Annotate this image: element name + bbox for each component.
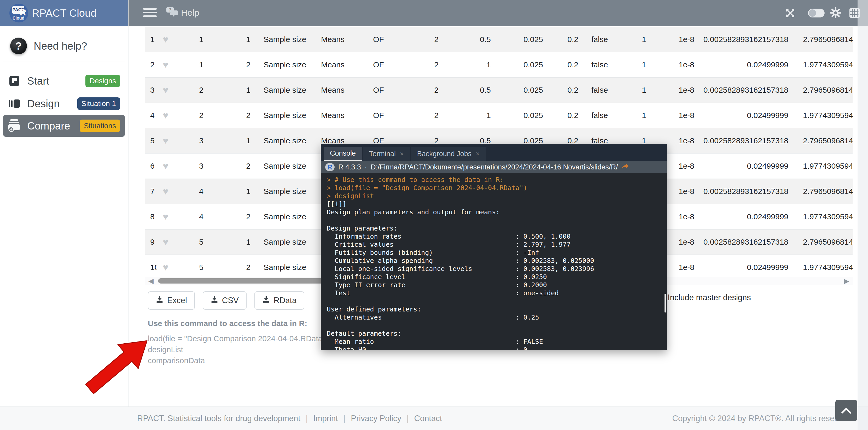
sidebar-item-start[interactable]: Start Designs bbox=[3, 70, 125, 92]
cell-alpha-spent-1: 0.002582893162157318 bbox=[699, 136, 803, 145]
cell-critical-value-1: 2.79650968146 bbox=[803, 187, 852, 196]
footer-separator: | bbox=[306, 414, 308, 423]
cell-beta: 0.2 bbox=[546, 35, 581, 44]
cell-design: 1 bbox=[175, 35, 211, 44]
cell-design: 4 bbox=[175, 212, 211, 221]
sidebar-header: PACT R Cloud RPACT Cloud bbox=[0, 0, 128, 26]
r-logo-icon: R bbox=[325, 163, 335, 171]
cell-beta: 0.2 bbox=[546, 136, 581, 145]
scroll-left-arrow[interactable]: ◀ bbox=[145, 277, 157, 285]
rdata-button[interactable]: RData bbox=[254, 291, 305, 310]
row-index: 7 bbox=[145, 187, 156, 196]
cell-kmax: 2 bbox=[399, 136, 441, 145]
cell-tolerance: 1e-8 bbox=[651, 35, 699, 44]
r-version: R 4.3.3 bbox=[338, 163, 361, 171]
table-row[interactable]: 1 ♥ 1 1 Sample size Means OF 2 0.5 0.025… bbox=[145, 27, 852, 52]
cell-calculation: Sample size bbox=[258, 60, 316, 69]
cell-calculation: Sample size bbox=[258, 263, 316, 272]
console-scrollbar-thumb[interactable] bbox=[664, 294, 666, 312]
include-master-designs-option[interactable]: Include master designs bbox=[654, 293, 751, 302]
console-output-area[interactable]: > # Use this command to access the data … bbox=[321, 173, 666, 350]
design-icon bbox=[8, 98, 21, 109]
help-link[interactable]: ? Help bbox=[166, 6, 199, 19]
favorite-heart-icon[interactable]: ♥ bbox=[156, 186, 175, 197]
close-icon[interactable]: × bbox=[476, 150, 479, 158]
cell-calculation: Sample size bbox=[258, 238, 316, 246]
cell-binding: false bbox=[581, 111, 612, 120]
console-toolbar: R R 4.3.3 · D:/Firma/RPACT/Dokumente/pre… bbox=[321, 161, 666, 173]
close-icon[interactable]: × bbox=[400, 150, 404, 158]
separator-dot: · bbox=[365, 163, 367, 171]
tab-background-jobs-label: Background Jobs bbox=[417, 150, 472, 158]
cell-design-type: OF bbox=[358, 136, 399, 145]
topbar: ? Help bbox=[128, 0, 868, 26]
favorite-heart-icon[interactable]: ♥ bbox=[156, 85, 175, 96]
cell-situation: 2 bbox=[211, 162, 258, 170]
fullscreen-icon[interactable] bbox=[785, 8, 795, 19]
footer-imprint-link[interactable]: Imprint bbox=[313, 414, 338, 423]
excel-button[interactable]: Excel bbox=[148, 291, 195, 310]
settings-gear-icon[interactable] bbox=[830, 7, 841, 20]
cell-design: 5 bbox=[175, 238, 211, 246]
footer-separator: | bbox=[343, 414, 346, 423]
download-icon bbox=[156, 296, 163, 305]
table-row[interactable]: 4 ♥ 2 2 Sample size Means OF 2 1 0.025 0… bbox=[145, 103, 852, 128]
cell-alpha-spent-1: 0.002582893162157318 bbox=[699, 35, 803, 44]
scroll-right-arrow[interactable]: ▶ bbox=[841, 277, 852, 285]
cell-calculation: Sample size bbox=[258, 86, 316, 95]
cell-kmax: 2 bbox=[399, 60, 441, 69]
cell-tolerance: 1e-8 bbox=[651, 136, 699, 145]
scroll-to-top-button[interactable] bbox=[835, 400, 857, 421]
favorite-heart-icon[interactable]: ♥ bbox=[156, 34, 175, 45]
sidebar-item-design[interactable]: Design Situation 1 bbox=[3, 93, 125, 114]
cell-alpha-spent-1: 0.02499999 bbox=[699, 162, 803, 170]
cell-critical-value-1: 1.97743095941 bbox=[803, 60, 852, 69]
sidebar-item-compare[interactable]: Compare Situations bbox=[3, 115, 125, 137]
page-scrollbar[interactable] bbox=[858, 0, 868, 430]
red-arrow-annotation bbox=[83, 337, 151, 398]
cell-ratio: 1 bbox=[612, 60, 651, 69]
cell-alpha-spent-1: 0.002582893162157318 bbox=[699, 86, 803, 95]
cell-critical-value-1: 2.79650968146 bbox=[803, 35, 852, 44]
cell-situation: 1 bbox=[211, 187, 258, 196]
cell-tolerance: 1e-8 bbox=[651, 111, 699, 120]
need-help-link[interactable]: ? Need help? bbox=[0, 35, 128, 56]
cell-calculation: Sample size bbox=[258, 212, 316, 221]
footer-contact-link[interactable]: Contact bbox=[414, 414, 442, 423]
menu-toggle-button[interactable] bbox=[143, 8, 157, 18]
favorite-heart-icon[interactable]: ♥ bbox=[156, 59, 175, 70]
favorite-heart-icon[interactable]: ♥ bbox=[156, 236, 175, 247]
rstudio-console-window: Console Terminal × Background Jobs × R R… bbox=[321, 144, 667, 351]
cell-alpha-spent-1: 0.02499999 bbox=[699, 60, 803, 69]
theme-toggle[interactable] bbox=[808, 9, 825, 18]
csv-button[interactable]: CSV bbox=[203, 291, 247, 310]
download-icon bbox=[211, 296, 218, 305]
favorite-heart-icon[interactable]: ♥ bbox=[156, 211, 175, 222]
tab-console[interactable]: Console bbox=[323, 147, 362, 161]
cell-design: 5 bbox=[175, 263, 211, 272]
forward-arrow-icon[interactable] bbox=[621, 163, 629, 171]
footer-privacy-link[interactable]: Privacy Policy bbox=[351, 414, 401, 423]
footer-links: RPACT. Statistical tools for drug develo… bbox=[137, 414, 442, 423]
need-help-label: Need help? bbox=[34, 40, 87, 52]
favorite-heart-icon[interactable]: ♥ bbox=[156, 135, 175, 146]
favorite-heart-icon[interactable]: ♥ bbox=[156, 161, 175, 171]
cell-endpoint: Means bbox=[316, 60, 358, 69]
table-row[interactable]: 2 ♥ 1 2 Sample size Means OF 2 1 0.025 0… bbox=[145, 52, 852, 77]
favorite-heart-icon[interactable]: ♥ bbox=[156, 262, 175, 273]
help-bubbles-icon: ? bbox=[166, 6, 178, 19]
start-badge: Designs bbox=[85, 75, 120, 87]
tab-background-jobs[interactable]: Background Jobs × bbox=[411, 147, 486, 161]
table-row[interactable]: 3 ♥ 2 1 Sample size Means OF 2 0.5 0.025… bbox=[145, 77, 852, 103]
cell-critical-value-1: 1.97743095941 bbox=[803, 212, 852, 221]
tab-terminal[interactable]: Terminal × bbox=[363, 147, 410, 161]
cell-critical-value-1: 1.97743095941 bbox=[803, 111, 852, 120]
start-icon bbox=[8, 76, 21, 86]
footer-rpact-link[interactable]: RPACT. Statistical tools for drug develo… bbox=[137, 414, 300, 423]
favorite-heart-icon[interactable]: ♥ bbox=[156, 110, 175, 121]
cell-critical-value-1: 2.79650968146 bbox=[803, 86, 852, 95]
cell-design: 4 bbox=[175, 187, 211, 196]
cell-tolerance: 1e-8 bbox=[651, 86, 699, 95]
cell-design: 3 bbox=[175, 162, 211, 170]
cell-design: 2 bbox=[175, 86, 211, 95]
